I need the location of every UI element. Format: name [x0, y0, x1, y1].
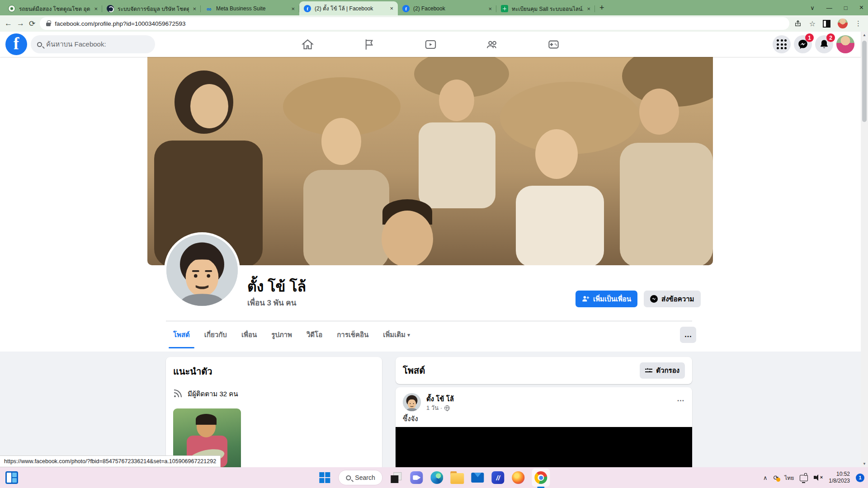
tab-close-icon[interactable]: ×: [587, 5, 590, 12]
tab-close-icon[interactable]: ×: [193, 5, 196, 12]
facebook-search-input[interactable]: ค้นหาบน Facebook:: [31, 35, 155, 53]
side-panel-icon[interactable]: [823, 20, 830, 28]
firefox-icon: [512, 471, 525, 484]
chat-button[interactable]: [410, 471, 424, 484]
sync-status-icon[interactable]: ⟳: [774, 474, 779, 481]
sync-alert-dot: [776, 478, 780, 482]
facebook-header: f ค้นหาบน Facebook:: [0, 32, 861, 57]
firefox-button[interactable]: [512, 471, 525, 484]
tray-expand-icon[interactable]: ∧: [763, 474, 768, 481]
mail-button[interactable]: [471, 471, 485, 484]
tab-about[interactable]: เกี่ยวกับ: [197, 321, 234, 348]
tab-close-icon[interactable]: ×: [390, 5, 393, 12]
address-bar[interactable]: facebook.com/profile.php?id=100034059672…: [40, 17, 789, 30]
tab-photos[interactable]: รูปภาพ: [264, 321, 299, 348]
browser-tab[interactable]: ทะเบียนคุม Sall ระบบออนไลน์.xlsx - G ×: [496, 2, 595, 15]
file-explorer-button[interactable]: [451, 471, 464, 484]
send-message-button[interactable]: ส่งข้อความ: [644, 291, 701, 307]
minimize-button[interactable]: —: [826, 5, 832, 11]
groups-tab[interactable]: [485, 38, 499, 51]
back-button[interactable]: ←: [5, 19, 12, 28]
cover-face: [321, 118, 361, 165]
close-window-button[interactable]: ×: [859, 4, 863, 12]
share-icon[interactable]: [794, 19, 802, 28]
tab-search-icon[interactable]: ∨: [810, 5, 815, 11]
friends-count[interactable]: เพื่อน 3 พัน คน: [247, 296, 296, 309]
tab-close-icon[interactable]: ×: [94, 5, 98, 12]
chevron-down-icon: ▾: [407, 332, 410, 338]
tab-friends[interactable]: เพื่อน: [234, 321, 264, 348]
send-message-label: ส่งข้อความ: [661, 294, 694, 305]
post-author-avatar[interactable]: [403, 393, 421, 411]
tab-videos[interactable]: วิดีโอ: [299, 321, 330, 348]
cover-photo[interactable]: [147, 57, 713, 265]
tab-more[interactable]: เพิ่มเติม ▾: [376, 321, 417, 348]
gaming-tab[interactable]: [547, 38, 560, 51]
tab-title: รถยนต์มือสอง โชตดูณโชต อุดรธานี: [19, 5, 90, 13]
video-icon: [425, 38, 437, 51]
apps-menu-button[interactable]: [773, 35, 791, 53]
scroll-down-icon[interactable]: ▼: [863, 462, 866, 466]
taskbar-search[interactable]: Search: [338, 470, 382, 485]
chrome-button-active[interactable]: [532, 469, 550, 487]
public-globe-icon: [444, 405, 450, 411]
taskbar-clock[interactable]: 10:52 1/8/2023: [829, 471, 850, 484]
task-view-icon: [391, 472, 402, 483]
forward-button[interactable]: →: [17, 19, 24, 28]
lock-icon[interactable]: [46, 23, 51, 26]
browser-profile-avatar[interactable]: [838, 19, 848, 28]
page-scrollbar[interactable]: ▲ ▼: [861, 32, 868, 467]
scroll-up-icon[interactable]: ▲: [863, 33, 866, 37]
new-tab-button[interactable]: +: [599, 3, 604, 13]
add-friend-label: เพิ่มเป็นเพื่อน: [593, 294, 631, 305]
post-options-button[interactable]: …: [677, 394, 685, 404]
language-indicator[interactable]: ไทย: [784, 474, 794, 482]
cover-face: [382, 211, 433, 265]
browser-tab[interactable]: ระบบจัดการข้อมูล บริษัท โชตดูณโชต อ ×: [102, 2, 201, 15]
tab-posts[interactable]: โพสต์: [166, 321, 197, 348]
browser-menu-icon[interactable]: ⋮: [855, 19, 862, 28]
search-placeholder: ค้นหาบน Facebook:: [46, 39, 106, 50]
scrollbar-thumb[interactable]: [862, 41, 867, 122]
clock-date: 1/8/2023: [829, 478, 850, 484]
add-friend-button[interactable]: เพิ่มเป็นเพื่อน: [576, 291, 637, 307]
app-m-button[interactable]: //: [491, 471, 505, 484]
watch-tab[interactable]: [424, 38, 437, 51]
post-timestamp: 1 วัน ·: [426, 403, 442, 413]
volume-muted-icon[interactable]: ×: [814, 474, 823, 481]
messenger-icon: [650, 295, 658, 303]
tab-checkins[interactable]: การเช็คอิน: [330, 321, 376, 348]
followers-icon: [173, 389, 182, 399]
display-cast-icon[interactable]: [800, 475, 808, 481]
facebook-logo[interactable]: f: [5, 33, 27, 55]
messenger-badge: 1: [805, 33, 814, 42]
browser-tab[interactable]: f (2) Facebook ×: [398, 2, 496, 15]
widgets-button[interactable]: [5, 471, 18, 484]
browser-tab[interactable]: รถยนต์มือสอง โชตดูณโชต อุดรธานี ×: [4, 2, 102, 15]
gaming-icon: [547, 38, 560, 51]
tab-close-icon[interactable]: ×: [488, 5, 492, 12]
notifications-button[interactable]: 2: [815, 35, 833, 53]
profile-tabs: โพสต์ เกี่ยวกับ เพื่อน รูปภาพ วิดีโอ การ…: [166, 321, 417, 348]
facebook-profile-avatar[interactable]: [836, 35, 854, 53]
tab-close-icon[interactable]: ×: [291, 5, 295, 12]
browser-tab[interactable]: ∞ Meta Business Suite ×: [201, 2, 299, 15]
start-button[interactable]: [318, 471, 331, 484]
edge-button[interactable]: [430, 471, 444, 484]
reload-button[interactable]: ⟳: [29, 19, 35, 28]
profile-picture[interactable]: [164, 232, 240, 308]
filter-button[interactable]: ตัวกรอง: [640, 362, 685, 379]
task-view-button[interactable]: [390, 471, 403, 484]
system-tray: ∧ ⟳ ไทย × 10:52 1/8/2023 1: [763, 467, 864, 488]
bookmark-star-icon[interactable]: ☆: [809, 19, 816, 28]
pages-tab[interactable]: [362, 38, 376, 51]
profile-more-button[interactable]: …: [680, 327, 696, 343]
post-meta[interactable]: 1 วัน ·: [426, 403, 450, 413]
messenger-button[interactable]: 1: [794, 35, 812, 53]
notification-center-badge[interactable]: 1: [856, 474, 864, 482]
browser-tab-active[interactable]: f (2) ตั้ง โข้ โล้ | Facebook ×: [299, 1, 398, 15]
home-tab[interactable]: [301, 38, 314, 51]
facebook-nav: [301, 32, 560, 57]
maximize-button[interactable]: □: [844, 5, 848, 11]
folder-icon: [451, 473, 464, 484]
